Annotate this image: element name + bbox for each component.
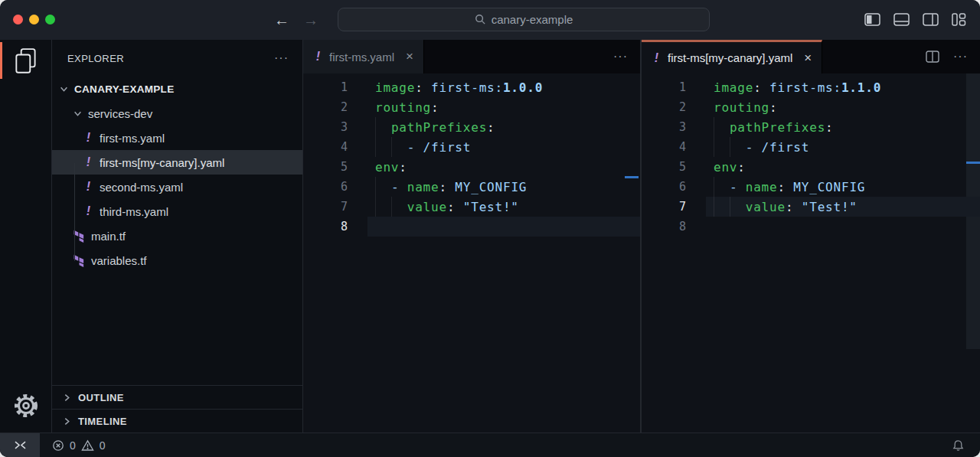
- editor-area: !first-ms.yaml×··· 1image: first-ms:1.0.…: [303, 40, 980, 433]
- code-line-4[interactable]: 4 - /first: [303, 137, 640, 157]
- tree-item-label: third-ms.yaml: [100, 205, 168, 218]
- indent-guide: [375, 177, 376, 217]
- line-number[interactable]: 8: [303, 220, 368, 233]
- line-number[interactable]: 6: [642, 180, 706, 194]
- explorer-icon[interactable]: [12, 47, 40, 79]
- code-line-5[interactable]: 5env:: [642, 157, 980, 177]
- warning-count: 0: [100, 439, 106, 452]
- code-line-8[interactable]: 8: [642, 217, 980, 237]
- toggle-primary-sidebar-icon[interactable]: [864, 13, 880, 26]
- yaml-file-icon: !: [83, 180, 93, 194]
- indent-guide: [730, 197, 730, 217]
- error-count: 0: [70, 439, 76, 452]
- line-number[interactable]: 1: [303, 80, 368, 94]
- code-editor[interactable]: 1image: first-ms:1.0.02routing:3 pathPre…: [303, 73, 640, 433]
- traffic-lights: [13, 15, 55, 24]
- line-number[interactable]: 4: [303, 140, 368, 154]
- outline-section-header[interactable]: OUTLINE: [52, 385, 302, 409]
- tree-item-main-tf[interactable]: main.tf: [52, 224, 302, 248]
- code-line-5[interactable]: 5env:: [303, 157, 640, 177]
- line-number[interactable]: 4: [642, 140, 706, 154]
- more-actions-icon[interactable]: ···: [613, 50, 628, 64]
- code-line-3[interactable]: 3 pathPrefixes:: [642, 117, 980, 137]
- explorer-title: EXPLORER: [67, 53, 124, 64]
- split-editor-icon[interactable]: [926, 51, 939, 63]
- yaml-file-icon: !: [652, 51, 662, 65]
- line-number[interactable]: 5: [642, 160, 706, 174]
- forward-arrow-icon[interactable]: →: [303, 10, 318, 30]
- tree-item-first-ms-my-canary-yaml[interactable]: !first-ms[my-canary].yaml: [52, 150, 302, 175]
- warning-icon: [81, 439, 94, 452]
- line-number[interactable]: 3: [303, 120, 368, 134]
- terraform-icon: [74, 230, 85, 243]
- indent-guide: [375, 117, 376, 157]
- editor-group-left: !first-ms.yaml×··· 1image: first-ms:1.0.…: [303, 40, 642, 433]
- chevron-right-icon: [63, 417, 71, 426]
- line-number[interactable]: 2: [642, 100, 706, 114]
- tree-item-label: first-ms.yaml: [100, 132, 165, 145]
- close-window-button[interactable]: [13, 15, 23, 24]
- timeline-section-header[interactable]: TIMELINE: [52, 409, 302, 433]
- line-number[interactable]: 6: [303, 180, 368, 194]
- remote-indicator[interactable]: [0, 433, 40, 457]
- notifications-bell-icon[interactable]: [952, 439, 965, 455]
- customize-layout-icon[interactable]: [952, 13, 966, 26]
- code-line-1[interactable]: 1image: first-ms:1.1.0: [642, 77, 980, 97]
- code-line-7[interactable]: 7 value: "Test!": [303, 197, 640, 217]
- explorer-more-actions-icon[interactable]: ···: [274, 51, 289, 65]
- code-line-3[interactable]: 3 pathPrefixes:: [303, 117, 640, 137]
- indent-guide: [714, 117, 714, 157]
- layout-controls: [864, 13, 966, 26]
- activity-bar: [0, 40, 52, 433]
- line-number[interactable]: 3: [642, 120, 706, 134]
- line-number[interactable]: 8: [642, 220, 706, 233]
- back-arrow-icon[interactable]: ←: [274, 10, 289, 30]
- tree-item-variables-tf[interactable]: variables.tf: [52, 248, 302, 273]
- indent-guide: [714, 177, 714, 217]
- line-number[interactable]: 7: [642, 200, 706, 214]
- search-text: canary-example: [492, 13, 573, 26]
- tab-first-ms-yaml[interactable]: !first-ms.yaml×: [303, 40, 424, 73]
- tab-actions: ···: [926, 40, 968, 73]
- tree-item-second-ms-yaml[interactable]: !second-ms.yaml: [52, 175, 302, 199]
- tree-item-first-ms-yaml[interactable]: !first-ms.yaml: [52, 126, 302, 150]
- tree-item-label: main.tf: [91, 230, 126, 243]
- line-number[interactable]: 5: [303, 160, 368, 174]
- code-editor[interactable]: 1image: first-ms:1.1.02routing:3 pathPre…: [642, 73, 980, 433]
- yaml-file-icon: !: [83, 155, 93, 169]
- toggle-secondary-sidebar-icon[interactable]: [923, 13, 939, 26]
- close-icon[interactable]: ×: [804, 51, 812, 66]
- indent-guide: [391, 197, 392, 217]
- maximize-window-button[interactable]: [45, 15, 55, 24]
- tree-item-third-ms-yaml[interactable]: !third-ms.yaml: [52, 199, 302, 224]
- gear-icon[interactable]: [11, 391, 41, 423]
- line-number[interactable]: 1: [642, 80, 706, 94]
- code-line-6[interactable]: 6 - name: MY_CONFIG: [303, 177, 640, 197]
- code-line-4[interactable]: 4 - /first: [642, 137, 980, 157]
- chevron-down-icon: [74, 109, 82, 118]
- command-center-search[interactable]: canary-example: [338, 8, 710, 31]
- code-line-8[interactable]: 8: [303, 217, 640, 237]
- close-icon[interactable]: ×: [406, 49, 413, 64]
- status-bar: 0 0: [0, 433, 980, 457]
- toggle-panel-icon[interactable]: [893, 13, 910, 26]
- tab-label: first-ms.yaml: [329, 51, 394, 64]
- tab-label: first-ms[my-canary].yaml: [668, 51, 792, 64]
- tree-item-canary-example[interactable]: CANARY-EXAMPLE: [52, 77, 302, 101]
- minimize-window-button[interactable]: [29, 15, 39, 24]
- explorer-sidebar: EXPLORER ··· CANARY-EXAMPLEservices-dev!…: [52, 40, 303, 433]
- code-line-2[interactable]: 2routing:: [642, 97, 980, 117]
- line-number[interactable]: 2: [303, 100, 368, 114]
- code-line-2[interactable]: 2routing:: [303, 97, 640, 117]
- terraform-icon: [74, 254, 85, 267]
- code-line-7[interactable]: 7 value: "Test!": [642, 197, 980, 217]
- chevron-right-icon: [63, 393, 71, 402]
- code-line-1[interactable]: 1image: first-ms:1.0.0: [303, 77, 640, 97]
- tab-first-ms-my-canary-yaml[interactable]: !first-ms[my-canary].yaml×: [642, 40, 822, 73]
- problems-status[interactable]: 0 0: [52, 439, 106, 452]
- tree-item-services-dev[interactable]: services-dev: [52, 101, 302, 126]
- code-line-6[interactable]: 6 - name: MY_CONFIG: [642, 177, 980, 197]
- more-actions-icon[interactable]: ···: [953, 50, 968, 64]
- line-number[interactable]: 7: [303, 200, 368, 214]
- tree-item-label: variables.tf: [91, 254, 147, 267]
